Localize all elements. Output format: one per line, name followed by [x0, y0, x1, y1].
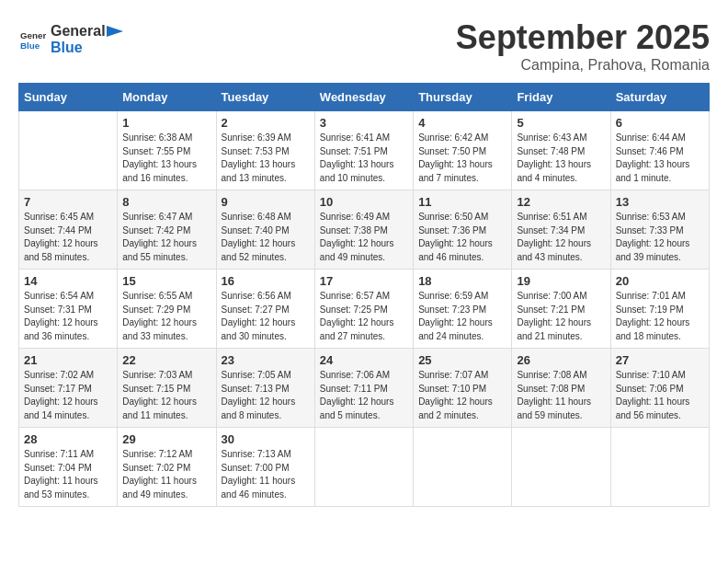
day-number: 25	[418, 353, 506, 367]
day-number: 30	[222, 432, 310, 446]
day-number: 19	[517, 274, 605, 288]
header: General Blue General Blue September 2025…	[18, 18, 710, 74]
svg-text:General: General	[20, 30, 46, 40]
cell-content: Sunrise: 7:01 AMSunset: 7:19 PMDaylight:…	[616, 290, 704, 343]
day-number: 3	[320, 116, 408, 130]
cell-content: Sunrise: 7:00 AMSunset: 7:21 PMDaylight:…	[517, 290, 605, 343]
cell-content: Sunrise: 6:48 AMSunset: 7:40 PMDaylight:…	[222, 211, 310, 264]
calendar-cell: 10Sunrise: 6:49 AMSunset: 7:38 PMDayligh…	[314, 190, 413, 270]
calendar-cell: 17Sunrise: 6:57 AMSunset: 7:25 PMDayligh…	[314, 270, 413, 349]
cell-content: Sunrise: 6:53 AMSunset: 7:33 PMDaylight:…	[616, 211, 704, 264]
calendar-cell: 3Sunrise: 6:41 AMSunset: 7:51 PMDaylight…	[314, 111, 413, 190]
day-number: 18	[418, 274, 506, 288]
weekday-header-friday: Friday	[512, 84, 610, 111]
calendar-cell: 8Sunrise: 6:47 AMSunset: 7:42 PMDaylight…	[118, 190, 216, 270]
cell-content: Sunrise: 6:57 AMSunset: 7:25 PMDaylight:…	[320, 290, 408, 343]
cell-content: Sunrise: 6:49 AMSunset: 7:38 PMDaylight:…	[320, 211, 408, 264]
cell-content: Sunrise: 7:03 AMSunset: 7:15 PMDaylight:…	[122, 369, 210, 422]
cell-content: Sunrise: 6:51 AMSunset: 7:34 PMDaylight:…	[517, 211, 605, 264]
cell-content: Sunrise: 6:47 AMSunset: 7:42 PMDaylight:…	[122, 211, 210, 264]
calendar-cell: 20Sunrise: 7:01 AMSunset: 7:19 PMDayligh…	[610, 270, 709, 349]
day-number: 10	[320, 195, 408, 209]
day-number: 28	[24, 432, 112, 446]
cell-content: Sunrise: 7:08 AMSunset: 7:08 PMDaylight:…	[517, 369, 605, 422]
cell-content: Sunrise: 6:59 AMSunset: 7:23 PMDaylight:…	[418, 290, 506, 343]
logo-general-text: General	[51, 23, 106, 40]
svg-text:Blue: Blue	[20, 40, 40, 51]
weekday-header-wednesday: Wednesday	[314, 84, 413, 111]
calendar-cell: 7Sunrise: 6:45 AMSunset: 7:44 PMDaylight…	[19, 190, 118, 270]
weekday-header-monday: Monday	[118, 84, 216, 111]
day-number: 23	[222, 353, 310, 367]
weekday-header-sunday: Sunday	[19, 84, 118, 111]
calendar-cell: 23Sunrise: 7:05 AMSunset: 7:13 PMDayligh…	[216, 349, 314, 428]
calendar-cell: 29Sunrise: 7:12 AMSunset: 7:02 PMDayligh…	[118, 428, 216, 507]
month-title: September 2025	[456, 18, 710, 57]
cell-content: Sunrise: 6:54 AMSunset: 7:31 PMDaylight:…	[24, 290, 112, 343]
calendar-cell: 9Sunrise: 6:48 AMSunset: 7:40 PMDaylight…	[216, 190, 314, 270]
calendar-cell	[414, 428, 512, 507]
calendar-week-1: 7Sunrise: 6:45 AMSunset: 7:44 PMDaylight…	[19, 190, 710, 270]
day-number: 8	[122, 195, 210, 209]
day-number: 24	[320, 353, 408, 367]
calendar-week-4: 28Sunrise: 7:11 AMSunset: 7:04 PMDayligh…	[19, 428, 710, 507]
day-number: 17	[320, 274, 408, 288]
calendar-cell: 30Sunrise: 7:13 AMSunset: 7:00 PMDayligh…	[216, 428, 314, 507]
calendar-cell: 28Sunrise: 7:11 AMSunset: 7:04 PMDayligh…	[19, 428, 118, 507]
cell-content: Sunrise: 6:38 AMSunset: 7:55 PMDaylight:…	[122, 132, 210, 185]
day-number: 4	[418, 116, 506, 130]
calendar-cell	[19, 111, 118, 190]
day-number: 22	[122, 353, 210, 367]
calendar-week-0: 1Sunrise: 6:38 AMSunset: 7:55 PMDaylight…	[19, 111, 710, 190]
calendar-cell: 15Sunrise: 6:55 AMSunset: 7:29 PMDayligh…	[118, 270, 216, 349]
calendar-header: SundayMondayTuesdayWednesdayThursdayFrid…	[19, 84, 710, 111]
day-number: 13	[616, 195, 704, 209]
calendar-cell: 14Sunrise: 6:54 AMSunset: 7:31 PMDayligh…	[19, 270, 118, 349]
day-number: 20	[616, 274, 704, 288]
logo: General Blue General Blue	[18, 23, 126, 56]
day-number: 29	[122, 432, 210, 446]
weekday-header-tuesday: Tuesday	[216, 84, 314, 111]
cell-content: Sunrise: 7:06 AMSunset: 7:11 PMDaylight:…	[320, 369, 408, 422]
calendar-cell: 1Sunrise: 6:38 AMSunset: 7:55 PMDaylight…	[118, 111, 216, 190]
day-number: 21	[24, 353, 112, 367]
calendar-cell: 11Sunrise: 6:50 AMSunset: 7:36 PMDayligh…	[414, 190, 512, 270]
calendar-cell: 13Sunrise: 6:53 AMSunset: 7:33 PMDayligh…	[610, 190, 709, 270]
day-number: 11	[418, 195, 506, 209]
cell-content: Sunrise: 6:45 AMSunset: 7:44 PMDaylight:…	[24, 211, 112, 264]
day-number: 6	[616, 116, 704, 130]
day-number: 2	[222, 116, 310, 130]
cell-content: Sunrise: 7:12 AMSunset: 7:02 PMDaylight:…	[122, 448, 210, 501]
cell-content: Sunrise: 7:05 AMSunset: 7:13 PMDaylight:…	[222, 369, 310, 422]
day-number: 27	[616, 353, 704, 367]
weekday-header-saturday: Saturday	[610, 84, 709, 111]
calendar-cell: 25Sunrise: 7:07 AMSunset: 7:10 PMDayligh…	[414, 349, 512, 428]
calendar-cell: 24Sunrise: 7:06 AMSunset: 7:11 PMDayligh…	[314, 349, 413, 428]
cell-content: Sunrise: 7:02 AMSunset: 7:17 PMDaylight:…	[24, 369, 112, 422]
cell-content: Sunrise: 6:56 AMSunset: 7:27 PMDaylight:…	[222, 290, 310, 343]
cell-content: Sunrise: 6:43 AMSunset: 7:48 PMDaylight:…	[517, 132, 605, 185]
logo-icon: General Blue	[20, 27, 46, 52]
calendar-cell: 16Sunrise: 6:56 AMSunset: 7:27 PMDayligh…	[216, 270, 314, 349]
calendar-week-3: 21Sunrise: 7:02 AMSunset: 7:17 PMDayligh…	[19, 349, 710, 428]
calendar-cell	[314, 428, 413, 507]
cell-content: Sunrise: 7:10 AMSunset: 7:06 PMDaylight:…	[616, 369, 704, 422]
calendar-cell: 27Sunrise: 7:10 AMSunset: 7:06 PMDayligh…	[610, 349, 709, 428]
calendar-cell: 4Sunrise: 6:42 AMSunset: 7:50 PMDaylight…	[414, 111, 512, 190]
cell-content: Sunrise: 6:39 AMSunset: 7:53 PMDaylight:…	[222, 132, 310, 185]
calendar-cell	[512, 428, 610, 507]
calendar-week-2: 14Sunrise: 6:54 AMSunset: 7:31 PMDayligh…	[19, 270, 710, 349]
day-number: 15	[122, 274, 210, 288]
cell-content: Sunrise: 6:41 AMSunset: 7:51 PMDaylight:…	[320, 132, 408, 185]
day-number: 9	[222, 195, 310, 209]
cell-content: Sunrise: 6:42 AMSunset: 7:50 PMDaylight:…	[418, 132, 506, 185]
calendar-cell: 19Sunrise: 7:00 AMSunset: 7:21 PMDayligh…	[512, 270, 610, 349]
calendar-cell: 12Sunrise: 6:51 AMSunset: 7:34 PMDayligh…	[512, 190, 610, 270]
cell-content: Sunrise: 7:11 AMSunset: 7:04 PMDaylight:…	[24, 448, 112, 501]
cell-content: Sunrise: 6:55 AMSunset: 7:29 PMDaylight:…	[122, 290, 210, 343]
day-number: 16	[222, 274, 310, 288]
svg-marker-3	[107, 26, 123, 37]
day-number: 12	[517, 195, 605, 209]
subtitle: Campina, Prahova, Romania	[456, 57, 710, 74]
weekday-header-thursday: Thursday	[414, 84, 512, 111]
